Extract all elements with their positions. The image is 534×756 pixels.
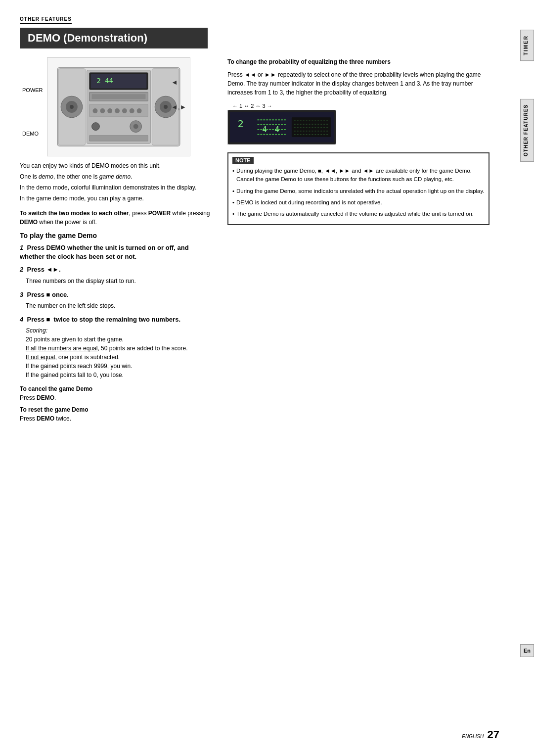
svg-point-16 [93, 108, 98, 113]
svg-point-4 [70, 105, 74, 109]
svg-point-19 [115, 108, 120, 113]
svg-rect-37 [292, 117, 331, 137]
section-header: OTHER FEATURES [20, 15, 490, 28]
svg-point-20 [122, 108, 127, 113]
svg-point-8 [164, 105, 168, 109]
device-image-wrapper: POWER DEMO [47, 57, 190, 161]
svg-text:◄,►: ◄,► [171, 103, 186, 111]
scoring-section: Scoring: 20 points are given to start th… [26, 326, 213, 379]
display-image-wrapper: ← 1 ↔ 2 ↔ 3 → 2 4 4 [227, 103, 490, 144]
svg-point-22 [137, 108, 142, 113]
side-tab-en: En [520, 644, 534, 657]
svg-point-21 [130, 108, 134, 113]
display-numbers-label: ← 1 ↔ 2 ↔ 3 → [232, 103, 336, 109]
step-1: 1 Press DEMO whether the unit is turned … [20, 243, 213, 261]
reset-section: To reset the game Demo Press DEMO twice. [20, 405, 213, 423]
display-image: 2 4 4 [227, 110, 336, 144]
step-2: 2 Press ◄►. Three numbers on the display… [20, 265, 213, 285]
page-number: ENGLISH 27 [462, 728, 499, 741]
svg-text:4 4: 4 4 [262, 125, 281, 134]
svg-point-18 [107, 108, 112, 113]
right-column: To change the probability of equalizing … [227, 57, 490, 426]
svg-point-24 [134, 124, 138, 129]
cancel-section: To cancel the game Demo Press DEMO. [20, 384, 213, 402]
side-tab-container: TIMER OTHER FEATURES En [516, 0, 534, 756]
side-tab-timer: TIMER [520, 30, 534, 61]
step-3: 3 Press ■ once. The number on the left s… [20, 290, 213, 310]
svg-text:◄: ◄ [171, 78, 178, 86]
power-label: POWER [22, 87, 43, 93]
page-title-box: DEMO (Demonstration) [20, 28, 208, 48]
note-item-4: The game Demo is automatically canceled … [232, 210, 485, 218]
page-title: DEMO (Demonstration) [28, 32, 200, 45]
display-container: ← 1 ↔ 2 ↔ 3 → 2 4 4 [227, 103, 336, 144]
note-box: NOTE During playing the game Demo, ■, ◄◄… [227, 152, 490, 225]
side-tab-features: OTHER FEATURES [520, 99, 534, 162]
intro-text: You can enjoy two kinds of DEMO modes on… [20, 161, 213, 203]
note-item-2: During the game Demo, some indicators un… [232, 187, 485, 195]
device-image: 2 44 [47, 57, 190, 156]
svg-rect-14 [92, 94, 146, 99]
svg-point-25 [92, 123, 100, 131]
svg-rect-26 [89, 135, 148, 141]
switch-modes-instruction: To switch the two modes to each other, p… [20, 209, 213, 227]
note-item-1: During playing the game Demo, ■, ◄◄, ►► … [232, 167, 485, 184]
left-column: POWER DEMO [20, 57, 213, 426]
page-num: 27 [488, 728, 499, 741]
svg-point-17 [100, 108, 105, 113]
svg-text:2: 2 [238, 118, 245, 130]
demo-label: DEMO [22, 131, 39, 137]
note-item-3: DEMO is locked out during recording and … [232, 198, 485, 207]
english-label: ENGLISH [462, 734, 484, 739]
right-heading: To change the probability of equalizing … [227, 57, 490, 66]
note-label: NOTE [232, 157, 254, 164]
play-demo-heading: To play the game Demo [20, 232, 213, 239]
right-intro: Press ◄◄ or ►► repeatedly to select one … [227, 70, 490, 97]
step-4: 4 Press ■ twice to stop the remaining tw… [20, 315, 213, 379]
svg-text:2  44: 2 44 [96, 77, 113, 85]
